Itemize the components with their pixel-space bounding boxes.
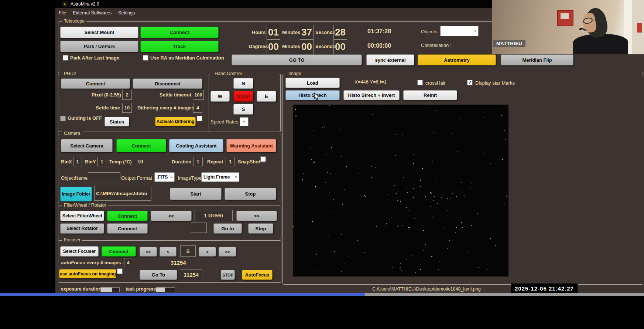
slew-west-button[interactable]: W (210, 91, 230, 102)
histo-strech-button[interactable]: Histo Strech (285, 90, 340, 100)
slew-stop-button[interactable]: STOP (233, 91, 253, 102)
menu-settings[interactable]: Settings (115, 8, 138, 18)
cooling-assistant-button[interactable]: Cooling Assistant (169, 139, 223, 152)
filterwheel-next-button[interactable]: >> (236, 211, 277, 221)
mount-connect-button[interactable]: Connect (140, 27, 219, 38)
star (432, 216, 432, 217)
objects-dropdown[interactable]: ˅ (440, 26, 479, 36)
star (437, 203, 438, 204)
star (501, 115, 502, 116)
dec-seconds-value[interactable]: 00 (333, 39, 347, 54)
select-focuser-button[interactable]: Select Focuser (60, 246, 99, 257)
rotator-angle-input[interactable] (191, 223, 207, 233)
star (294, 213, 295, 213)
star (304, 173, 304, 173)
crosshair-checkbox[interactable] (417, 80, 423, 85)
biny-value[interactable]: 1 (97, 157, 106, 166)
star (333, 212, 334, 213)
binx-value[interactable]: 1 (73, 157, 82, 166)
dec-degrees-value[interactable]: 00 (267, 39, 280, 54)
star (346, 254, 346, 254)
focuser-connect-button[interactable]: Connect (102, 246, 136, 257)
star (402, 225, 403, 226)
select-filterwheel-button[interactable]: Select FilterWheel (60, 211, 104, 221)
select-rotator-button[interactable]: Select Rotator (60, 223, 104, 234)
rotator-connect-button[interactable]: Connect (107, 223, 148, 234)
use-autofocus-checkbox[interactable] (117, 268, 123, 274)
activate-dithering-button[interactable]: Activate Dithering (155, 117, 196, 126)
dithering-value[interactable]: 4 (193, 103, 202, 113)
rotator-goto-button[interactable]: Go to (213, 223, 242, 234)
phd2-connect-button[interactable]: Connect (61, 78, 130, 89)
focuser-step-size[interactable]: 5 (180, 245, 196, 257)
ra-minutes-value[interactable]: 37 (300, 25, 314, 40)
star (402, 134, 403, 135)
focuser-step-out-button[interactable]: > (199, 247, 216, 257)
load-image-button[interactable]: Load (285, 78, 340, 88)
slew-east-button[interactable]: E (257, 91, 276, 102)
focuser-fast-in-button[interactable]: << (140, 247, 157, 257)
objectname-input[interactable] (88, 172, 120, 181)
select-mount-button[interactable]: Select Mount (60, 27, 138, 38)
degrees-label: Degrees (249, 44, 268, 49)
focuser-fast-out-button[interactable]: >> (219, 247, 236, 257)
star (395, 186, 396, 186)
webcam-name-label: MATTHIEU (493, 40, 525, 47)
phd2-status-button[interactable]: Status (105, 117, 129, 126)
goto-button[interactable]: GO TO (232, 54, 362, 65)
slew-north-button[interactable]: N (233, 78, 253, 89)
use-autofocus-button[interactable]: use autoFocus on imaging (59, 269, 116, 278)
image-folder-button[interactable]: Image Folder (60, 187, 92, 201)
filterwheel-connect-button[interactable]: Connect (107, 211, 148, 221)
menu-external-softwares[interactable]: External Softwares (69, 8, 115, 18)
activate-dithering-checkbox[interactable] (197, 116, 202, 121)
imagetype-dropdown[interactable]: Light Frame ˅ (201, 172, 239, 182)
ra-seconds-value[interactable]: 28 (333, 25, 347, 40)
hand-control-group-label: Hand Control (213, 71, 244, 76)
settle-time-value[interactable]: 10 (122, 103, 132, 113)
starfield-image[interactable] (293, 105, 508, 277)
video-seek-bar[interactable] (0, 293, 644, 296)
output-format-dropdown[interactable]: .FITS ˅ (154, 172, 175, 182)
focuser-step-in-button[interactable]: < (160, 247, 177, 257)
settle-timeout-value[interactable]: 100 (193, 90, 204, 100)
camera-stop-button[interactable]: Stop (225, 188, 276, 200)
dec-time-display: 00:00:00 (367, 43, 391, 49)
warming-assistant-button[interactable]: Warming Assistant (226, 139, 276, 152)
star-marks-checkbox[interactable]: ✓ (467, 80, 473, 85)
menu-file[interactable]: File (55, 8, 69, 18)
star (405, 172, 405, 172)
camera-connect-button[interactable]: Connect (116, 139, 166, 152)
filterwheel-prev-button[interactable]: << (151, 211, 192, 221)
camera-start-button[interactable]: Start (170, 188, 222, 200)
park-unpark-button[interactable]: Park / UnPark (60, 41, 138, 52)
phd2-disconnect-button[interactable]: Disconnect (133, 78, 202, 89)
image-folder-path[interactable]: C:\MIRA\Images\debu (94, 186, 151, 201)
reinit-button[interactable]: Reinit (403, 90, 457, 100)
duration-value[interactable]: 1 (193, 157, 203, 166)
autofocus-button[interactable]: AutoFocus (242, 270, 273, 280)
ra-hours-value[interactable]: 01 (267, 25, 280, 40)
pixel-value[interactable]: 2 (122, 90, 132, 100)
sync-external-button[interactable]: sync external (366, 54, 414, 65)
star (457, 152, 458, 152)
guiding-checkbox[interactable] (60, 116, 66, 121)
focuser-goto-target[interactable]: 31254 (180, 269, 202, 280)
park-after-last-image-checkbox[interactable] (63, 55, 68, 61)
speed-rates-dropdown[interactable]: ˅ (240, 117, 249, 126)
repeat-value[interactable]: 1 (226, 157, 235, 166)
focuser-stop-button[interactable]: STOP (221, 270, 235, 280)
autofocus-every-value[interactable]: 4 (124, 258, 132, 267)
snapshot-checkbox[interactable] (260, 156, 266, 162)
focuser-goto-button[interactable]: Go To (140, 270, 177, 280)
dec-minutes-value[interactable]: 00 (300, 39, 314, 54)
meridian-flip-button[interactable]: Meridian Flip (501, 54, 573, 65)
select-camera-button[interactable]: Select Camera (61, 139, 113, 152)
slew-south-button[interactable]: S (233, 104, 253, 115)
track-button[interactable]: Track (140, 41, 219, 52)
star (388, 194, 388, 195)
histo-strech-invert-button[interactable]: Histo Strech + Invert (343, 90, 400, 100)
rotator-stop-button[interactable]: Stop (248, 223, 273, 234)
astrometry-button[interactable]: Astrometry (418, 54, 496, 65)
use-ra-checkbox[interactable] (143, 55, 148, 61)
